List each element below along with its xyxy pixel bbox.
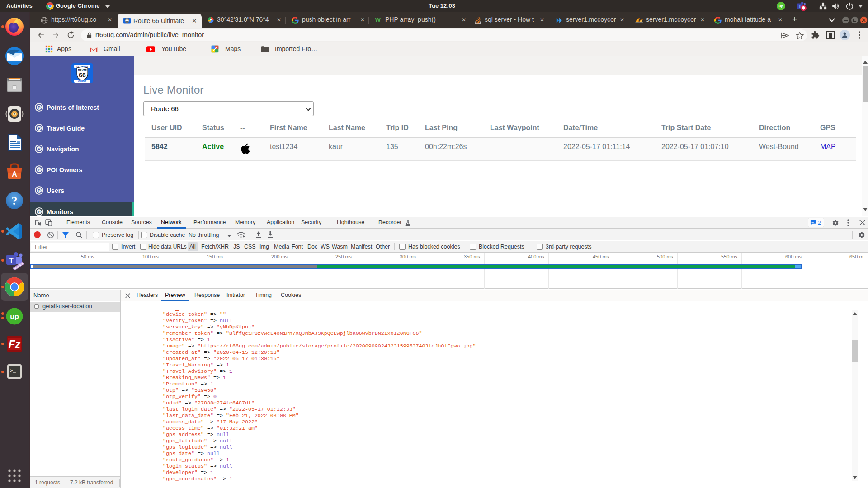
svg-text:Fz: Fz [9, 338, 21, 350]
svg-text:GUIDE: GUIDE [78, 80, 86, 83]
svg-text:A: A [12, 170, 17, 178]
svg-text:66: 66 [79, 71, 86, 79]
svg-text:up: up [10, 313, 19, 320]
svg-text:T: T [9, 256, 13, 264]
svg-text:up: up [779, 4, 783, 8]
svg-text:>_: >_ [10, 368, 16, 374]
svg-text:?: ? [12, 194, 18, 207]
svg-text:66: 66 [126, 20, 128, 23]
